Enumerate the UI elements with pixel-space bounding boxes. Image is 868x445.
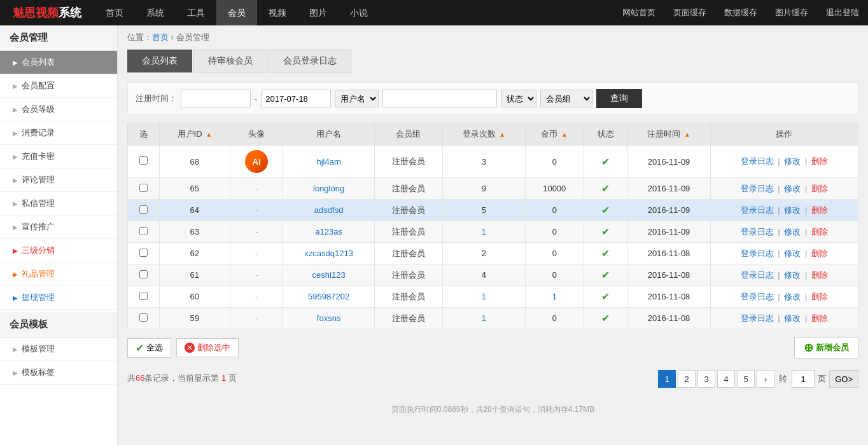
nav-novel[interactable]: 小说 [339, 0, 379, 25]
sidebar-item-consume-record[interactable]: ▶ 消费记录 [0, 121, 117, 145]
nav-website[interactable]: 网站首页 [613, 0, 664, 25]
add-member-button[interactable]: ⊕ 新增会员 [794, 337, 858, 359]
page-go-button[interactable]: GO> [829, 370, 858, 388]
row-check[interactable] [139, 227, 148, 235]
sidebar-section-template: 会员模板 [0, 312, 117, 338]
sidebar-item-topup-card[interactable]: ▶ 充值卡密 [0, 145, 117, 168]
nav-member[interactable]: 会员 [216, 0, 257, 25]
member-table: 选 用户ID ▲ 头像 用户名 会员组 登录次数 ▲ 金币 ▲ 状态 注册时间 … [127, 123, 858, 329]
row-status: ✔ [584, 146, 627, 178]
edit-link[interactable]: 修改 [784, 249, 801, 258]
select-all-button[interactable]: ✔ 全选 [127, 338, 171, 358]
page-5-button[interactable]: 5 [737, 370, 755, 388]
sidebar-item-member-list[interactable]: ▶ 会员列表 [0, 51, 117, 74]
row-check[interactable] [139, 156, 148, 165]
edit-link[interactable]: 修改 [784, 156, 801, 166]
log-link[interactable]: 登录日志 [741, 249, 774, 258]
row-check[interactable] [139, 292, 148, 300]
row-checkbox [128, 146, 160, 178]
page-2-button[interactable]: 2 [678, 370, 696, 388]
row-check[interactable] [139, 313, 148, 322]
sidebar-item-comment-manage[interactable]: ▶ 评论管理 [0, 168, 117, 192]
delete-link[interactable]: 删除 [811, 292, 828, 301]
username-link[interactable]: 595987202 [308, 292, 349, 301]
nav-data-cache[interactable]: 数据缓存 [715, 0, 766, 25]
row-username: adsdfsd [283, 200, 374, 221]
row-check[interactable] [139, 205, 148, 214]
sidebar-item-gift-manage[interactable]: ▶ 礼品管理 [0, 263, 117, 286]
tab-member-list[interactable]: 会员列表 [127, 50, 192, 72]
nav-tools[interactable]: 工具 [176, 0, 216, 25]
sidebar-item-private-msg[interactable]: ▶ 私信管理 [0, 192, 117, 216]
log-link[interactable]: 登录日志 [741, 227, 774, 236]
row-check[interactable] [139, 270, 148, 278]
search-status-select[interactable]: 状态 正常 禁用 [501, 90, 536, 107]
nav-image[interactable]: 图片 [298, 0, 339, 25]
username-link[interactable]: ceshi123 [312, 270, 346, 280]
username-link[interactable]: a123as [315, 227, 342, 236]
nav-image-cache[interactable]: 图片缓存 [766, 0, 817, 25]
nav-video[interactable]: 视频 [257, 0, 298, 25]
nav-home[interactable]: 首页 [94, 0, 135, 25]
nav-system[interactable]: 系统 [135, 0, 176, 25]
sidebar-item-member-level[interactable]: ▶ 会员等级 [0, 98, 117, 121]
log-link[interactable]: 登录日志 [741, 313, 774, 323]
arrow-icon: ▶ [13, 177, 18, 184]
row-login-count: 9 [442, 178, 525, 200]
delete-link[interactable]: 删除 [811, 205, 828, 215]
log-link[interactable]: 登录日志 [741, 270, 774, 280]
delete-link[interactable]: 删除 [811, 313, 828, 323]
delete-link[interactable]: 删除 [811, 270, 828, 280]
username-link[interactable]: longlong [313, 184, 344, 193]
edit-link[interactable]: 修改 [784, 205, 801, 215]
breadcrumb-home[interactable]: 首页 [152, 32, 169, 42]
sidebar-item-template-tag[interactable]: ▶ 模板标签 [0, 361, 117, 385]
delete-link[interactable]: 删除 [811, 184, 828, 193]
page-jump-input[interactable] [792, 370, 815, 388]
edit-link[interactable]: 修改 [784, 292, 801, 301]
username-link[interactable]: adsdfsd [314, 205, 344, 215]
page-next-button[interactable]: › [757, 370, 774, 388]
page-1-button[interactable]: 1 [658, 370, 676, 388]
delete-selected-button[interactable]: ✕ 删除选中 [176, 338, 239, 357]
page-3-button[interactable]: 3 [697, 370, 715, 388]
search-date-from[interactable] [181, 90, 251, 107]
nav-page-cache[interactable]: 页面缓存 [664, 0, 715, 25]
search-group-select[interactable]: 会员组 注册会员 VIP会员 [540, 90, 592, 107]
delete-link[interactable]: 删除 [811, 249, 828, 258]
row-check[interactable] [139, 184, 148, 192]
page-4-button[interactable]: 4 [717, 370, 735, 388]
log-link[interactable]: 登录日志 [741, 205, 774, 215]
log-link[interactable]: 登录日志 [741, 292, 774, 301]
username-link[interactable]: hjl4am [316, 157, 340, 167]
row-actions: 登录日志 | 修改 | 删除 [710, 146, 858, 178]
delete-link[interactable]: 删除 [811, 227, 828, 236]
delete-icon: ✕ [185, 343, 195, 353]
nav-logout[interactable]: 退出登陆 [817, 0, 868, 25]
sidebar-item-member-config[interactable]: ▶ 会员配置 [0, 74, 117, 98]
row-gold: 1 [525, 286, 584, 308]
row-id: 68 [159, 146, 230, 178]
query-button[interactable]: 查询 [596, 89, 642, 108]
sidebar-item-promotion[interactable]: ▶ 宣传推广 [0, 216, 117, 239]
table-row: 63-a123as注册会员10✔2016-11-09 登录日志 | 修改 | 删… [128, 221, 858, 243]
search-keyword-input[interactable] [382, 90, 497, 107]
edit-link[interactable]: 修改 [784, 270, 801, 280]
username-link[interactable]: xzcasdq1213 [304, 249, 353, 258]
search-field-select[interactable]: 用户名 邮箱 手机 [335, 90, 379, 107]
log-link[interactable]: 登录日志 [741, 156, 774, 166]
edit-link[interactable]: 修改 [784, 313, 801, 323]
tab-pending-member[interactable]: 待审核会员 [193, 50, 267, 72]
row-check[interactable] [139, 249, 148, 257]
sidebar: 会员管理 ▶ 会员列表 ▶ 会员配置 ▶ 会员等级 ▶ 消费记录 ▶ 充值卡密 … [0, 25, 118, 445]
delete-link[interactable]: 删除 [811, 156, 828, 166]
search-date-to[interactable] [261, 90, 331, 107]
edit-link[interactable]: 修改 [784, 184, 801, 193]
edit-link[interactable]: 修改 [784, 227, 801, 236]
sidebar-item-withdraw[interactable]: ▶ 提现管理 [0, 286, 117, 310]
sidebar-item-template-manage[interactable]: ▶ 模板管理 [0, 338, 117, 361]
tab-login-log[interactable]: 会员登录日志 [269, 50, 351, 72]
sidebar-item-three-tier[interactable]: ▶ 三级分销 [0, 239, 117, 263]
username-link[interactable]: foxsns [317, 313, 341, 323]
log-link[interactable]: 登录日志 [741, 184, 774, 193]
